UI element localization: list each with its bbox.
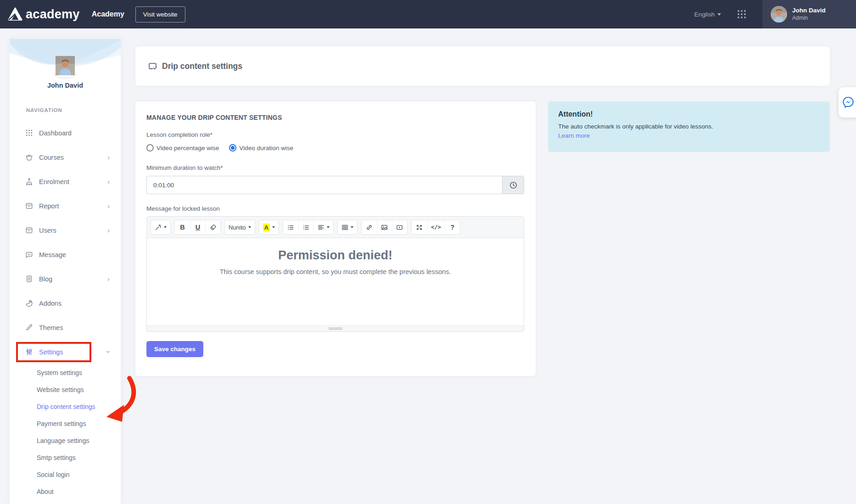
sidebar-item-enrolment[interactable]: Enrolment› bbox=[10, 169, 121, 194]
top-navbar: academy Academy Visit website English bbox=[0, 0, 856, 28]
submenu-item-social-login[interactable]: Social login bbox=[10, 466, 121, 483]
chevron-down-icon: › bbox=[105, 351, 112, 353]
chevron-right-icon: › bbox=[107, 178, 110, 185]
lesson-completion-options: Video percentage wiseVideo duration wise bbox=[146, 144, 525, 151]
chevron-right-icon: › bbox=[107, 227, 110, 234]
sidebar-item-users[interactable]: Users› bbox=[10, 218, 121, 242]
user-role: Admin bbox=[792, 15, 826, 22]
chevron-right-icon: › bbox=[107, 275, 110, 282]
visit-website-button[interactable]: Visit website bbox=[135, 6, 185, 22]
paragraph-align-button[interactable] bbox=[313, 220, 333, 234]
video-icon bbox=[396, 224, 403, 231]
radio-button-icon[interactable] bbox=[229, 144, 236, 151]
table-icon bbox=[341, 224, 348, 231]
color-button[interactable]: A bbox=[259, 220, 279, 234]
picture-button[interactable] bbox=[377, 220, 392, 234]
profile-name: John David bbox=[10, 82, 121, 89]
fontname-button[interactable]: Nunito bbox=[225, 220, 255, 234]
sidebar-profile: John David bbox=[10, 39, 121, 89]
submenu-item-website-settings[interactable]: Website settings bbox=[10, 381, 121, 398]
sidebar-item-courses[interactable]: Courses› bbox=[10, 145, 121, 169]
messenger-chat-button[interactable] bbox=[839, 87, 856, 118]
link-button[interactable] bbox=[362, 220, 377, 234]
toolbar-group: Nunito bbox=[224, 220, 255, 235]
required-marker: * bbox=[210, 131, 213, 138]
codeview-button[interactable]: </> bbox=[427, 220, 445, 234]
sidebar-item-message[interactable]: Message bbox=[10, 242, 121, 267]
attention-title: Attention! bbox=[558, 110, 820, 118]
help-icon: ? bbox=[450, 224, 454, 231]
sidebar-item-report[interactable]: Report› bbox=[10, 194, 121, 218]
learn-more-link[interactable]: Learn more bbox=[558, 132, 590, 139]
brush-icon bbox=[25, 323, 34, 332]
submenu-item-system-settings[interactable]: System settings bbox=[10, 364, 121, 381]
unordered-list-button[interactable] bbox=[283, 220, 298, 234]
caret-down-icon bbox=[164, 226, 167, 228]
radio-video-percentage-wise[interactable]: Video percentage wise bbox=[146, 144, 219, 151]
minimum-duration-label: Minimum duration to watch* bbox=[146, 164, 525, 171]
toolbar-group bbox=[361, 220, 408, 235]
bold-button[interactable]: B bbox=[175, 220, 190, 234]
radio-video-duration-wise[interactable]: Video duration wise bbox=[229, 144, 293, 151]
codeview-icon: </> bbox=[431, 224, 441, 230]
sidebar-item-blog[interactable]: Blog› bbox=[10, 267, 121, 291]
logo-text: academy bbox=[26, 7, 80, 22]
drip-content-icon bbox=[148, 62, 157, 71]
submenu-item-drip-content-settings[interactable]: Drip content settings bbox=[10, 398, 121, 415]
sidebar-item-settings[interactable]: Settings› bbox=[10, 340, 121, 364]
editor-resize-handle[interactable] bbox=[147, 325, 524, 331]
submenu-item-payment-settings[interactable]: Payment settings bbox=[10, 415, 121, 432]
video-button[interactable] bbox=[392, 220, 407, 234]
magic-style-icon bbox=[155, 224, 162, 231]
toolbar-group: A bbox=[259, 220, 279, 235]
user-name: John David bbox=[792, 7, 826, 15]
language-selector[interactable]: English bbox=[694, 11, 721, 18]
chevron-right-icon: › bbox=[107, 154, 110, 161]
submenu-item-language-settings[interactable]: Language settings bbox=[10, 432, 121, 449]
toolbar-group: </>? bbox=[411, 220, 460, 235]
toolbar-group: BU bbox=[174, 220, 221, 235]
radio-button-icon[interactable] bbox=[146, 144, 154, 151]
required-marker: * bbox=[220, 164, 223, 171]
ordered-list-button[interactable]: 123 bbox=[298, 220, 313, 234]
document-icon bbox=[25, 274, 34, 283]
underline-button[interactable]: U bbox=[190, 220, 205, 234]
hierarchy-icon bbox=[25, 177, 34, 186]
app-window: academy Academy Visit website English bbox=[0, 0, 856, 504]
table-button[interactable] bbox=[338, 220, 357, 234]
help-button[interactable]: ? bbox=[445, 220, 460, 234]
toolbar-group: 123 bbox=[283, 220, 334, 235]
user-menu[interactable]: John David Admin bbox=[762, 0, 856, 28]
sidebar-item-addons[interactable]: Addons bbox=[10, 291, 121, 315]
toolbar-group bbox=[337, 220, 358, 235]
rich-text-editor: BUNunitoA123</>? Permission denied! This… bbox=[146, 216, 524, 332]
clock-addon-button[interactable] bbox=[502, 176, 524, 194]
paragraph-align-icon bbox=[318, 224, 324, 231]
save-changes-button[interactable]: Save changes bbox=[146, 341, 203, 357]
sidebar: John David NAVIGATION DashboardCourses›E… bbox=[10, 39, 121, 504]
messenger-icon bbox=[841, 95, 855, 109]
apps-grid-icon[interactable] bbox=[737, 9, 747, 19]
sidebar-item-dashboard[interactable]: Dashboard bbox=[10, 121, 121, 145]
editor-content[interactable]: Permission denied! This course supports … bbox=[147, 238, 524, 325]
sidebar-nav: DashboardCourses›Enrolment›Report›Users›… bbox=[10, 121, 121, 364]
editor-content-body: This course supports drip content, so yo… bbox=[147, 268, 524, 275]
duration-input[interactable] bbox=[146, 176, 502, 194]
app-name: Academy bbox=[92, 10, 124, 18]
submenu-item-about[interactable]: About bbox=[10, 483, 121, 500]
caret-down-icon bbox=[248, 226, 251, 228]
submenu-item-smtp-settings[interactable]: Smtp settings bbox=[10, 449, 121, 466]
archive-icon bbox=[25, 226, 34, 235]
sliders-icon bbox=[25, 347, 34, 356]
academy-logo[interactable]: academy bbox=[7, 6, 80, 22]
attention-card: Attention! The auto checkmark is only ap… bbox=[548, 101, 830, 152]
profile-avatar[interactable] bbox=[55, 68, 76, 78]
lesson-completion-label: Lesson completion role* bbox=[146, 131, 525, 138]
magic-style-button[interactable] bbox=[151, 220, 170, 234]
fullscreen-button[interactable] bbox=[412, 220, 427, 234]
grip-icon bbox=[329, 328, 342, 330]
editor-content-title: Permission denied! bbox=[147, 248, 524, 263]
eraser-button[interactable] bbox=[205, 220, 220, 234]
locked-lesson-message-label: Message for locked lesson bbox=[146, 205, 525, 212]
sidebar-item-themes[interactable]: Themes bbox=[10, 315, 121, 340]
